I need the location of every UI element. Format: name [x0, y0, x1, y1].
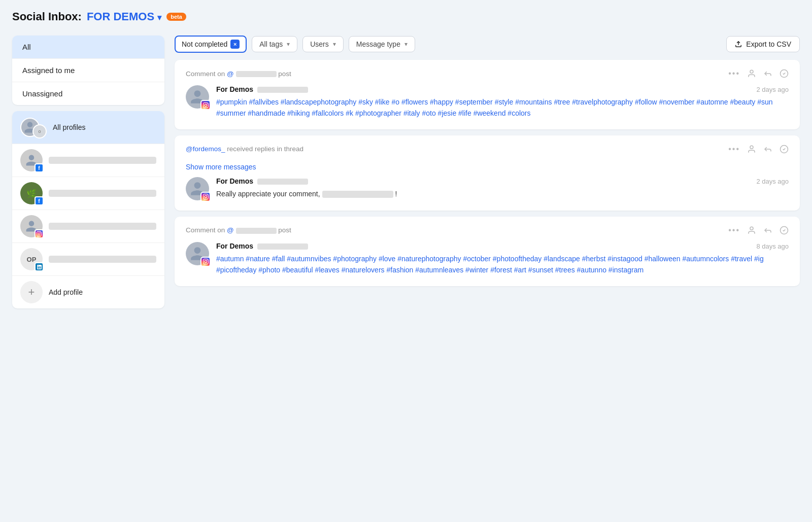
profile-name-2: [49, 190, 156, 197]
card-instagram-badge-3: [200, 257, 211, 267]
beta-badge: beta: [166, 13, 186, 21]
profile-avatar-wrap-4: OP: [20, 248, 43, 270]
page-title-brand: FOR DEMOS ▾: [87, 10, 161, 23]
card-instagram-badge-1: [200, 100, 211, 110]
card-more-options-icon[interactable]: •••: [728, 69, 740, 78]
card-author-handle-2: [257, 179, 308, 185]
card-actions-2: •••: [728, 145, 789, 154]
card-more-options-icon-3[interactable]: •••: [728, 226, 740, 235]
complete-icon-3[interactable]: [780, 226, 789, 235]
card-body-3: For Demos 8 days ago #autumn #nature #fa…: [186, 242, 789, 276]
card-actions-3: •••: [728, 226, 789, 235]
content-area: Not completed × All tags ▾ Users ▾ Messa…: [175, 36, 800, 292]
add-profile-icon: +: [20, 281, 43, 303]
card-header-1: Comment on @ post •••: [186, 69, 789, 78]
complete-icon[interactable]: [780, 69, 789, 78]
card-content-2: For Demos 2 days ago Really appreciate y…: [216, 177, 789, 200]
profile-name-4: [49, 256, 156, 263]
card-avatar-wrap-1: [186, 85, 209, 109]
card-content-1: For Demos 2 days ago #pumpkin #fallvibes…: [216, 85, 789, 119]
card-avatar-wrap-2: [186, 177, 209, 200]
profile-name-1: [49, 157, 156, 164]
profile-item-1[interactable]: f: [12, 144, 164, 177]
card-more-options-icon-2[interactable]: •••: [728, 145, 740, 154]
all-tags-chevron-icon: ▾: [287, 41, 290, 48]
profile-item-2[interactable]: 🌿 f: [12, 177, 164, 210]
export-icon: [735, 41, 742, 48]
complete-icon-2[interactable]: [780, 145, 789, 154]
card-actions-1: •••: [728, 69, 789, 78]
assign-icon[interactable]: [747, 69, 756, 78]
add-profile-label: Add profile: [49, 288, 83, 296]
card-header-text-1: Comment on @ post: [186, 70, 291, 78]
card-header-2: @fordemos_ received replies in thread ••…: [186, 145, 789, 154]
card-text-3: #autumn #nature #fall #autumnvibes #phot…: [216, 253, 789, 276]
linkedin-badge-4: [35, 262, 44, 271]
facebook-badge-2: f: [35, 196, 44, 205]
profile-avatar-wrap-3: [20, 215, 43, 237]
workspace-chevron-icon[interactable]: ▾: [157, 13, 161, 22]
all-profiles-item[interactable]: o All profiles: [12, 111, 164, 144]
show-more-link[interactable]: Show more messages: [186, 163, 256, 171]
message-card-1: Comment on @ post •••: [175, 60, 800, 129]
toolbar: Not completed × All tags ▾ Users ▾ Messa…: [175, 36, 800, 53]
users-dropdown[interactable]: Users ▾: [302, 36, 344, 52]
all-tags-dropdown[interactable]: All tags ▾: [252, 36, 297, 52]
message-card-2: @fordemos_ received replies in thread ••…: [175, 135, 800, 211]
export-csv-button[interactable]: Export to CSV: [726, 36, 800, 52]
message-card-3: Comment on @ post •••: [175, 217, 800, 286]
profile-avatar-wrap-1: f: [20, 149, 43, 171]
card-content-3: For Demos 8 days ago #autumn #nature #fa…: [216, 242, 789, 276]
profiles-section: o All profiles f: [12, 111, 164, 308]
all-profiles-avatar: o: [20, 116, 47, 138]
filter-chip-label: Not completed: [182, 40, 227, 48]
blurred-recipient: [322, 191, 393, 198]
reply-icon-3[interactable]: [763, 226, 772, 235]
card-text-2: Really appreciate your comment, !: [216, 188, 789, 199]
all-profiles-label: All profiles: [53, 123, 86, 131]
svg-point-1: [750, 70, 753, 73]
card-instagram-badge-2: [200, 192, 211, 202]
card-author-handle-3: [257, 243, 308, 250]
card-author-name-1: For Demos: [216, 85, 253, 93]
card-author-row-1: For Demos 2 days ago: [216, 85, 789, 93]
reply-icon[interactable]: [763, 69, 772, 78]
profile-item-3[interactable]: [12, 210, 164, 243]
card-body-1: For Demos 2 days ago #pumpkin #fallvibes…: [186, 85, 789, 119]
main-layout: All Assigned to me Unassigned: [12, 36, 800, 308]
card-timestamp-1: 2 days ago: [756, 86, 789, 93]
reply-icon-2[interactable]: [763, 145, 772, 154]
remove-filter-button[interactable]: ×: [230, 40, 240, 49]
assign-icon-3[interactable]: [747, 226, 756, 235]
sidebar-item-unassigned[interactable]: Unassigned: [12, 82, 164, 105]
card-header-text-2: @fordemos_ received replies in thread: [186, 145, 303, 153]
card-author-row-2: For Demos 2 days ago: [216, 177, 789, 185]
sidebar: All Assigned to me Unassigned: [12, 36, 164, 308]
card-avatar-wrap-3: [186, 242, 209, 265]
card-author-name-2: For Demos: [216, 177, 253, 185]
card-body-2: For Demos 2 days ago Really appreciate y…: [186, 177, 789, 200]
card-text-1: #pumpkin #fallvibes #landscapephotograph…: [216, 96, 789, 119]
assign-icon-2[interactable]: [747, 145, 756, 154]
card-header-text-3: Comment on @ post: [186, 226, 291, 234]
svg-point-3: [750, 146, 753, 149]
message-type-dropdown[interactable]: Message type ▾: [349, 36, 415, 52]
profile-item-4[interactable]: OP: [12, 243, 164, 276]
card-timestamp-2: 2 days ago: [756, 178, 789, 185]
filter-section: All Assigned to me Unassigned: [12, 36, 164, 105]
sidebar-item-all[interactable]: All: [12, 36, 164, 59]
card-author-handle-1: [257, 87, 308, 93]
svg-point-5: [750, 227, 753, 230]
page-title-static: Social Inbox:: [12, 10, 82, 23]
card-timestamp-3: 8 days ago: [756, 242, 789, 250]
not-completed-filter[interactable]: Not completed ×: [175, 36, 247, 53]
profile-avatar-wrap-2: 🌿 f: [20, 182, 43, 204]
message-type-chevron-icon: ▾: [404, 41, 408, 48]
facebook-badge-1: f: [35, 163, 44, 172]
card-author-name-3: For Demos: [216, 242, 253, 250]
users-chevron-icon: ▾: [333, 41, 336, 48]
add-profile-item[interactable]: + Add profile: [12, 276, 164, 308]
card-author-row-3: For Demos 8 days ago: [216, 242, 789, 250]
sidebar-item-assigned[interactable]: Assigned to me: [12, 59, 164, 82]
profile-name-3: [49, 223, 156, 230]
